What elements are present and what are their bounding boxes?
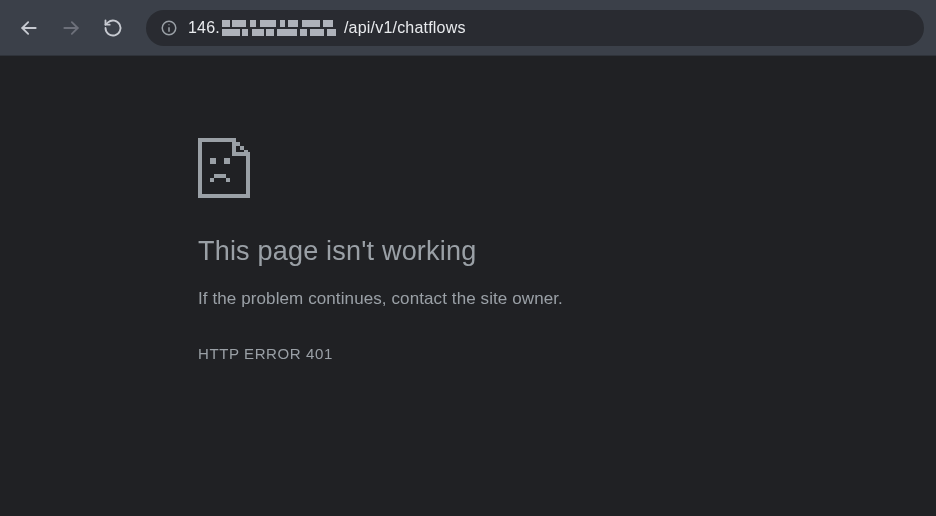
browser-toolbar: 146. [0,0,936,56]
reload-button[interactable] [96,11,130,45]
svg-rect-33 [214,174,226,178]
svg-rect-16 [266,29,274,36]
svg-rect-9 [280,20,285,27]
svg-rect-5 [222,20,230,27]
svg-rect-6 [232,20,246,27]
site-info-icon[interactable] [160,19,178,37]
address-bar[interactable]: 146. [146,10,924,46]
svg-rect-12 [323,20,333,27]
svg-rect-25 [232,138,236,152]
reload-icon [103,18,123,38]
forward-button[interactable] [54,11,88,45]
svg-rect-14 [242,29,248,36]
svg-rect-30 [210,158,216,164]
svg-rect-19 [310,29,324,36]
svg-rect-28 [240,146,244,150]
svg-rect-15 [252,29,264,36]
sad-file-icon [198,138,936,202]
svg-rect-31 [224,158,230,164]
arrow-left-icon [19,18,39,38]
svg-point-4 [168,24,169,25]
url-redacted-segment [222,20,342,36]
url-prefix: 146. [188,19,220,37]
svg-rect-13 [222,29,240,36]
svg-rect-21 [198,138,232,142]
url-suffix: /api/v1/chatflows [344,19,466,37]
svg-rect-10 [288,20,298,27]
svg-rect-20 [327,29,336,36]
error-page: This page isn't working If the problem c… [0,56,936,516]
svg-rect-22 [198,138,202,198]
url-text: 146. [188,19,466,37]
back-button[interactable] [12,11,46,45]
svg-rect-23 [198,194,250,198]
svg-rect-8 [260,20,276,27]
error-title: This page isn't working [198,236,936,267]
svg-rect-34 [226,178,230,182]
svg-rect-17 [277,29,297,36]
svg-rect-24 [246,152,250,198]
svg-rect-18 [300,29,307,36]
arrow-right-icon [61,18,81,38]
svg-rect-7 [250,20,256,27]
svg-rect-29 [244,150,248,154]
svg-rect-32 [210,178,214,182]
error-message: If the problem continues, contact the si… [198,289,936,309]
svg-rect-27 [236,142,240,146]
svg-rect-11 [302,20,320,27]
error-code: HTTP ERROR 401 [198,345,936,362]
